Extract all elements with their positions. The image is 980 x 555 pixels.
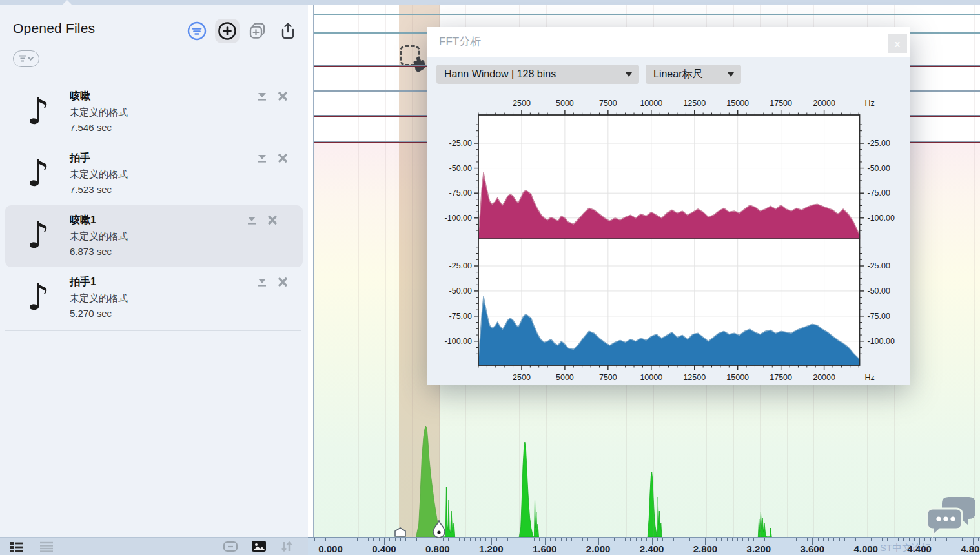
ruler-tick <box>347 538 347 541</box>
time-label: 3.200 <box>747 543 771 554</box>
close-icon[interactable] <box>277 90 289 105</box>
file-duration: 5.270 sec <box>70 306 128 321</box>
window-top-strip <box>0 0 980 5</box>
download-icon[interactable] <box>256 276 269 290</box>
ruler-tick <box>496 538 497 541</box>
svg-text:12500: 12500 <box>683 99 706 108</box>
fft-analysis-dialog[interactable]: FFT分析 x Hann Window | 128 bins Linear标尺 … <box>427 27 910 385</box>
list-view-icon[interactable] <box>10 541 24 552</box>
ruler-tick <box>507 538 508 541</box>
export-icon[interactable] <box>276 19 300 43</box>
add-file-icon[interactable] <box>215 19 240 43</box>
sidebar-statusbar <box>0 537 308 555</box>
ruler-tick <box>539 538 540 541</box>
download-icon[interactable] <box>256 90 269 105</box>
ruler-tick <box>893 538 893 541</box>
ruler-tick <box>770 538 770 541</box>
svg-text:2500: 2500 <box>513 373 531 382</box>
ruler-tick <box>357 538 358 541</box>
ruler-tick <box>614 538 615 541</box>
time-label: 4.400 <box>907 543 932 554</box>
ruler-tick <box>732 538 733 541</box>
music-note-icon: ♪ <box>19 89 57 134</box>
filter-icon[interactable] <box>185 19 209 43</box>
ruler-tick <box>641 538 642 541</box>
ruler-tick <box>485 538 486 541</box>
ruler-tick <box>524 538 524 541</box>
music-note-icon: ♪ <box>19 275 57 320</box>
file-name: 咳嗽 <box>70 88 128 105</box>
lines-view-icon[interactable] <box>39 541 54 552</box>
file-duration: 6.873 sec <box>70 244 128 259</box>
ruler-tick <box>411 538 411 541</box>
ruler-tick <box>534 538 535 541</box>
ruler-tick <box>389 538 390 541</box>
ruler-tick <box>582 538 583 541</box>
divider <box>5 79 301 79</box>
ruler-tick <box>887 538 888 541</box>
ruler-tick <box>914 538 915 541</box>
ruler-tick <box>577 538 577 541</box>
ruler-tick <box>657 538 658 541</box>
svg-text:-75.00: -75.00 <box>449 312 472 321</box>
chat-widget-icon[interactable] <box>926 496 977 541</box>
svg-text:Hz: Hz <box>865 373 875 382</box>
svg-text:7500: 7500 <box>599 99 617 108</box>
download-icon[interactable] <box>245 214 258 228</box>
ruler-tick <box>480 538 481 541</box>
selection-start-marker[interactable] <box>394 527 406 540</box>
playhead-marker[interactable] <box>433 520 445 541</box>
sort-arrows-icon[interactable] <box>280 541 293 552</box>
filter-chevron-icon[interactable] <box>13 50 39 67</box>
ruler-tick <box>679 538 679 541</box>
list-item[interactable]: ♪ 咳嗽 未定义的格式 7.546 sec <box>0 81 308 143</box>
ruler-tick <box>625 538 626 541</box>
time-label: 0.800 <box>425 543 450 554</box>
file-format: 未定义的格式 <box>70 105 128 120</box>
image-view-icon[interactable] <box>251 540 267 552</box>
ruler-tick <box>448 538 449 541</box>
panel-collapse-notch[interactable] <box>61 0 73 6</box>
time-ruler[interactable]: ST中文论坛 0.0000.4000.8001.2001.6002.0002.4… <box>308 537 980 555</box>
list-item[interactable]: ♪ 拍手 未定义的格式 7.523 sec <box>0 143 308 205</box>
ruler-tick <box>716 538 717 541</box>
svg-text:-100.00: -100.00 <box>445 214 472 223</box>
file-list: ♪ 咳嗽 未定义的格式 7.546 sec ♪ 拍手 未定义的格式 <box>0 81 308 329</box>
list-item[interactable]: ♪ 咳嗽1 未定义的格式 6.873 sec <box>5 205 303 267</box>
ruler-tick <box>379 538 380 541</box>
svg-text:-25.00: -25.00 <box>449 139 472 148</box>
ruler-tick <box>320 538 320 541</box>
opened-files-panel: Opened Files <box>0 5 308 537</box>
time-label: 4.800 <box>961 543 980 554</box>
list-item[interactable]: ♪ 拍手1 未定义的格式 5.270 sec <box>0 267 308 329</box>
ruler-tick <box>550 538 551 541</box>
file-duration: 7.523 sec <box>70 182 128 197</box>
ruler-tick <box>823 538 824 541</box>
fft-spectrum-plot: 2500250050005000750075001000010000125001… <box>427 27 910 385</box>
grid-line <box>332 5 332 537</box>
ruler-tick <box>475 538 476 541</box>
ruler-tick <box>555 538 556 541</box>
grid-line <box>948 5 948 537</box>
link-icon[interactable] <box>223 541 238 552</box>
grid-line <box>921 5 921 537</box>
svg-text:7500: 7500 <box>599 373 617 382</box>
time-label: 3.600 <box>800 543 824 554</box>
ruler-tick <box>529 538 529 541</box>
ruler-tick <box>416 538 417 541</box>
close-icon[interactable] <box>267 214 278 228</box>
ruler-tick <box>342 538 342 541</box>
ruler-tick <box>909 538 910 541</box>
ruler-tick <box>737 538 738 541</box>
ruler-tick <box>336 538 336 541</box>
close-icon[interactable] <box>277 276 289 290</box>
panel-title: Opened Files <box>13 21 95 36</box>
duplicate-file-icon[interactable] <box>245 19 270 43</box>
ruler-tick <box>662 538 663 541</box>
close-icon[interactable] <box>277 152 289 166</box>
svg-text:15000: 15000 <box>726 373 749 382</box>
ruler-tick <box>325 538 326 541</box>
ruler-tick <box>844 538 845 541</box>
svg-text:-50.00: -50.00 <box>868 164 890 173</box>
download-icon[interactable] <box>256 152 269 166</box>
